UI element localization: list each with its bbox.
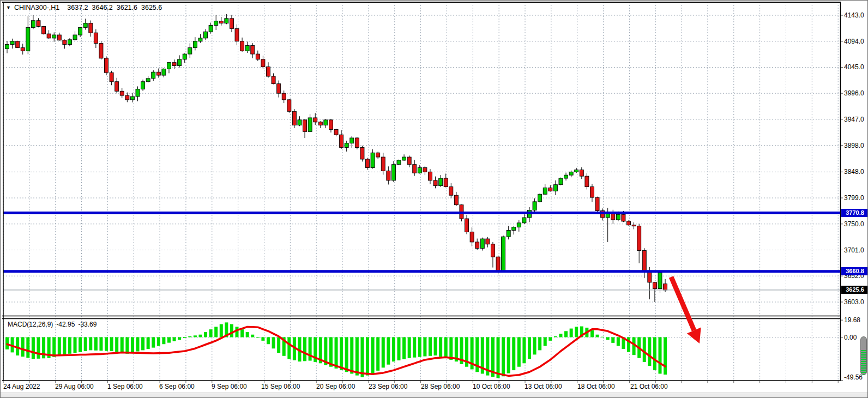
time-tick-label: 13 Oct 06:00: [525, 383, 562, 390]
price-tick-label: 3947.0: [844, 116, 864, 123]
gridlines: [3, 2, 843, 383]
macd-tick-label: 0.00: [844, 334, 857, 341]
price-tick-label: 4045.0: [844, 63, 864, 71]
trend-arrow-annotation[interactable]: [671, 277, 701, 343]
time-tick-label: 20 Sep 06:00: [316, 383, 355, 390]
macd-signal-value: -33.69: [78, 321, 97, 328]
ohlc-close: 3625.6: [141, 4, 162, 11]
support-price-tag: 3660.8: [841, 267, 868, 275]
resistance-price-tag: 3770.8: [841, 209, 868, 217]
price-tick-label: 4143.0: [844, 11, 864, 19]
price-tick-label: 3799.0: [844, 194, 864, 202]
ohlc-low: 3621.6: [117, 4, 137, 11]
price-tick-label: 3996.0: [844, 89, 864, 97]
chart-title: ▼CHINA300-,H13637.23646.23621.63625.6: [6, 4, 166, 13]
time-tick-label: 23 Sep 06:00: [369, 383, 407, 390]
time-tick-label: 28 Sep 06:00: [421, 383, 460, 390]
time-tick-label: 21 Oct 06:00: [630, 383, 668, 390]
time-tick-label: 1 Sep 06:00: [107, 383, 143, 390]
price-tick-label: 3750.0: [844, 220, 864, 228]
time-tick-label: 6 Sep 06:00: [159, 383, 195, 390]
window-bottom-strip: [1, 393, 868, 398]
chart-canvas[interactable]: [1, 1, 868, 398]
bid-price-tag: 3625.6: [841, 286, 868, 294]
candlesticks: [5, 14, 667, 302]
price-tick-label: 4094.0: [844, 38, 864, 45]
time-tick-label: 29 Aug 06:00: [55, 383, 94, 390]
panel-borders: [2, 2, 841, 381]
macd-indicator-label: MACD(12,26,9)-42.95-33.69: [8, 321, 100, 328]
price-tick-label: 3701.0: [844, 246, 864, 254]
terminal-chart-window: ▼CHINA300-,H13637.23646.23621.63625.6 MA…: [0, 0, 868, 398]
vertical-scrollbar-thumb[interactable]: [860, 336, 867, 375]
macd-tick-label: -49.56: [844, 373, 863, 381]
price-tick-label: 3603.0: [844, 298, 864, 306]
ohlc-open: 3637.2: [67, 4, 88, 11]
symbol-dropdown-icon[interactable]: ▼: [6, 5, 11, 10]
time-tick-label: 15 Sep 06:00: [261, 383, 300, 390]
time-tick-label: 9 Sep 06:00: [212, 383, 247, 390]
time-tick-label: 10 Oct 06:00: [473, 383, 510, 390]
ohlc-high: 3646.2: [92, 4, 113, 11]
macd-main-value: -42.95: [56, 321, 75, 328]
symbol-timeframe-label: CHINA300-,H1: [14, 4, 59, 11]
price-tick-label: 3848.0: [844, 168, 864, 176]
time-tick-label: 18 Oct 06:00: [577, 383, 615, 390]
horizontal-level-lines[interactable]: [3, 213, 840, 272]
macd-tick-label: 19.68: [844, 316, 860, 324]
time-tick-label: 24 Aug 2022: [3, 383, 40, 390]
macd-histogram: [5, 322, 667, 378]
macd-name: MACD(12,26,9): [8, 321, 53, 328]
price-tick-label: 3898.0: [844, 142, 864, 149]
